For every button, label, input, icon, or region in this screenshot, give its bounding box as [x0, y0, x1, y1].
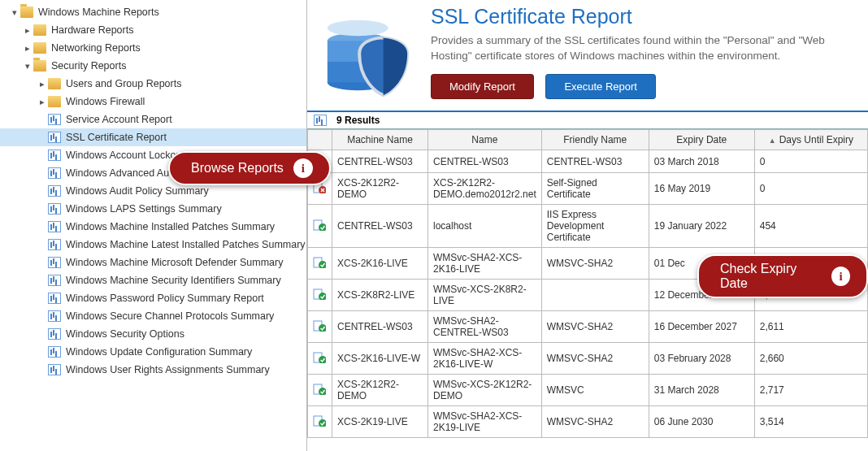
cell-name: XCS-2K12R2-DEMO.demo2012r2.net	[428, 173, 542, 205]
report-icon	[48, 203, 61, 215]
sidebar-report-item[interactable]: Windows User Rights Assignments Summary	[0, 361, 306, 379]
sidebar-report-item[interactable]: Windows Secure Channel Protocols Summary	[0, 307, 306, 325]
tree-label: Windows Machine Microsoft Defender Summa…	[66, 257, 283, 268]
cert-status-icon	[308, 375, 332, 406]
cell-friendly	[541, 280, 649, 311]
sidebar-report-item[interactable]: Windows Security Options	[0, 325, 306, 343]
table-row[interactable]: XCS-2K12R2-DEMOXCS-2K12R2-DEMO.demo2012r…	[308, 173, 868, 205]
sidebar-report-item[interactable]: Windows LAPS Settings Summary	[0, 200, 306, 218]
cell-friendly: WMSVC-SHA2	[541, 343, 649, 375]
hero-icon	[319, 5, 416, 102]
cell-machine: XCS-2K16-LIVE	[332, 248, 428, 280]
cert-status-icon	[308, 406, 332, 438]
cell-machine: XCS-2K8R2-LIVE	[332, 280, 428, 311]
cert-status-icon	[308, 343, 332, 375]
cell-name: WMSvc-SHA2-XCS-2K19-LIVE	[428, 406, 542, 438]
table-row[interactable]: CENTREL-WS03WMSvc-SHA2-CENTREL-WS03WMSVC…	[308, 311, 868, 343]
modify-report-button[interactable]: Modify Report	[431, 74, 534, 99]
tree-label: Windows Update Configuration Summary	[66, 346, 252, 358]
cert-status-icon	[308, 311, 332, 343]
table-row[interactable]: XCS-2K19-LIVEWMSvc-SHA2-XCS-2K19-LIVEWMS…	[308, 406, 868, 438]
table-row[interactable]: CENTREL-WS03localhostIIS Express Develop…	[308, 205, 868, 248]
report-icon	[314, 115, 327, 126]
tree-label: Service Account Report	[66, 114, 172, 125]
tree-label: Windows Password Policy Summary Report	[66, 293, 264, 304]
cell-machine: XCS-2K16-LIVE-W	[332, 343, 428, 375]
cell-machine: CENTREL-WS03	[332, 311, 428, 343]
callout-label: Browse Reports	[191, 161, 284, 176]
chevron-down-icon[interactable]: ▾	[23, 61, 33, 72]
cell-days: 3,514	[754, 406, 867, 438]
cell-name: WMSvc-SHA2-XCS-2K16-LIVE	[428, 248, 542, 280]
col-days-until-expiry[interactable]: ▲Days Until Expiry	[754, 130, 867, 150]
result-count: 9 Results	[336, 115, 380, 126]
sidebar-report-item[interactable]: SSL Certificate Report	[0, 128, 306, 146]
tree-label: Windows Machine Reports	[38, 7, 159, 18]
chevron-down-icon[interactable]: ▾	[10, 7, 20, 18]
col-expiry-date[interactable]: Expiry Date	[649, 130, 754, 150]
table-row[interactable]: CENTREL-WS03CENTREL-WS03CENTREL-WS0303 M…	[308, 150, 868, 173]
tree-label: Windows Firewall	[66, 96, 145, 107]
table-row[interactable]: XCS-2K16-LIVE-WWMSvc-SHA2-XCS-2K16-LIVE-…	[308, 343, 868, 375]
sidebar-report-item[interactable]: Windows Machine Security Identifiers Sum…	[0, 271, 306, 289]
col-machine-name[interactable]: Machine Name	[332, 130, 428, 150]
report-icon	[48, 239, 61, 250]
report-icon	[48, 185, 61, 197]
sidebar-report-item[interactable]: Windows Machine Microsoft Defender Summa…	[0, 254, 306, 271]
cell-machine: CENTREL-WS03	[332, 150, 428, 173]
folder-icon	[33, 42, 46, 54]
tree-label: Windows Machine Security Identifiers Sum…	[66, 275, 281, 286]
report-icon	[48, 132, 61, 143]
tree-networking[interactable]: ▸Networking Reports	[0, 39, 306, 57]
report-icon	[48, 114, 61, 125]
cell-days: 2,717	[754, 375, 867, 406]
report-icon	[48, 310, 61, 322]
cell-expiry: 06 June 2030	[649, 406, 754, 438]
sidebar-report-item[interactable]: Windows Password Policy Summary Report	[0, 289, 306, 307]
folder-icon	[20, 7, 33, 18]
tree-firewall[interactable]: ▸Windows Firewall	[0, 93, 306, 111]
cell-machine: XCS-2K12R2-DEMO	[332, 375, 428, 406]
tree-label: Hardware Reports	[51, 24, 133, 36]
report-icon	[48, 221, 61, 232]
cert-status-icon	[308, 248, 332, 280]
tree-users[interactable]: ▸Users and Group Reports	[0, 75, 306, 93]
cell-name: WMSvc-XCS-2K8R2-LIVE	[428, 280, 542, 311]
report-icon	[48, 293, 61, 304]
results-bar: 9 Results	[307, 112, 868, 129]
sidebar-report-item[interactable]: Windows Update Configuration Summary	[0, 343, 306, 361]
cell-machine: XCS-2K19-LIVE	[332, 406, 428, 438]
cert-status-icon	[308, 205, 332, 248]
chevron-right-icon[interactable]: ▸	[23, 43, 33, 54]
sidebar-report-item[interactable]: Service Account Report	[0, 111, 306, 128]
callout-browse-reports: Browse Reports i	[168, 151, 331, 185]
cell-friendly: WMSVC-SHA2	[541, 311, 649, 343]
cell-expiry: 03 March 2018	[649, 150, 754, 173]
chevron-right-icon[interactable]: ▸	[37, 79, 47, 89]
report-icon	[48, 275, 61, 286]
col-icon[interactable]	[308, 130, 332, 150]
tree-root[interactable]: ▾Windows Machine Reports	[0, 3, 306, 21]
sidebar-report-item[interactable]: Windows Machine Installed Patches Summar…	[0, 218, 306, 236]
chevron-right-icon[interactable]: ▸	[37, 97, 47, 107]
cell-friendly: CENTREL-WS03	[541, 150, 649, 173]
col-friendly-name[interactable]: Friendly Name	[541, 130, 649, 150]
cell-friendly: Self-Signed Certificate	[541, 173, 649, 205]
table-row[interactable]: XCS-2K12R2-DEMOWMSvc-XCS-2K12R2-DEMOWMSV…	[308, 375, 868, 406]
tree-security[interactable]: ▾Security Reports	[0, 57, 306, 75]
chevron-right-icon[interactable]: ▸	[23, 25, 33, 36]
cell-name: localhost	[428, 205, 542, 248]
report-header: SSL Certificate Report Provides a summar…	[307, 0, 868, 112]
tree-label: SSL Certificate Report	[66, 132, 167, 143]
tree-label: Windows Machine Installed Patches Summar…	[66, 221, 275, 232]
cell-name: WMSvc-SHA2-CENTREL-WS03	[428, 311, 542, 343]
cell-friendly: IIS Express Development Certificate	[541, 205, 649, 248]
sidebar-report-item[interactable]: Windows Machine Latest Installed Patches…	[0, 236, 306, 254]
report-icon	[48, 167, 61, 179]
tree-hardware[interactable]: ▸Hardware Reports	[0, 21, 306, 39]
cell-days: 2,660	[754, 343, 867, 375]
cell-machine: CENTREL-WS03	[332, 205, 428, 248]
execute-report-button[interactable]: Execute Report	[545, 74, 656, 99]
col-name[interactable]: Name	[428, 130, 542, 150]
folder-icon	[33, 60, 46, 72]
